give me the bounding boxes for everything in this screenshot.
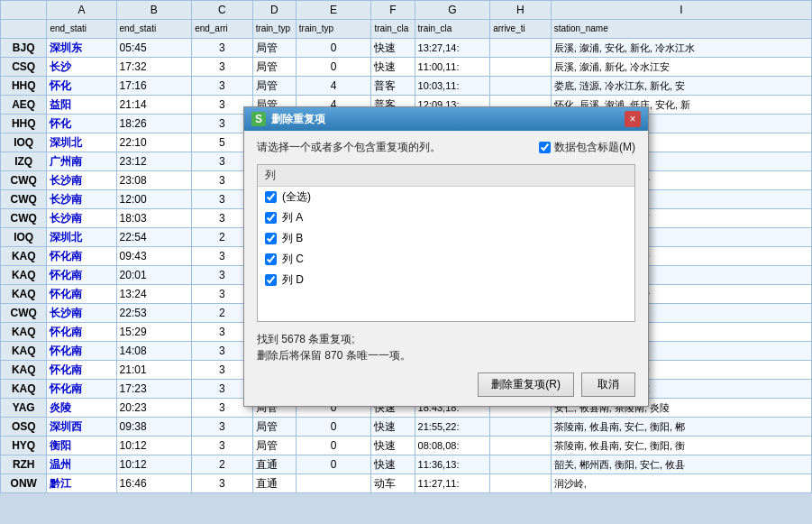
modal-overlay: S 删除重复项 × 请选择一个或者多个包含重复项的列。 数据包含标题(M) 列 …: [0, 0, 812, 524]
list-item-d[interactable]: 列 D: [258, 270, 634, 290]
header-checkbox-label[interactable]: 数据包含标题(M): [539, 140, 635, 155]
delete-duplicates-button[interactable]: 删除重复项(R): [478, 372, 574, 397]
checkbox-c[interactable]: [265, 253, 277, 265]
list-item-c-label: 列 C: [282, 252, 304, 267]
list-item-a-label: 列 A: [282, 210, 303, 225]
dialog-title-area: S 删除重复项: [251, 112, 325, 127]
dialog-description-row: 请选择一个或者多个包含重复项的列。 数据包含标题(M): [257, 140, 635, 155]
dialog-description-text: 请选择一个或者多个包含重复项的列。: [257, 140, 441, 155]
header-checkbox-text: 数据包含标题(M): [554, 140, 635, 155]
list-item-b[interactable]: 列 B: [258, 228, 634, 249]
dialog-app-icon: S: [251, 112, 266, 126]
checkbox-all[interactable]: [265, 191, 277, 203]
column-list-box[interactable]: 列 (全选) 列 A 列 B 列 C: [257, 164, 635, 322]
cancel-button[interactable]: 取消: [581, 372, 635, 397]
list-item-all[interactable]: (全选): [258, 187, 634, 207]
checkbox-d[interactable]: [265, 274, 277, 286]
list-item-all-label: (全选): [282, 189, 311, 205]
dialog-titlebar: S 删除重复项 ×: [244, 107, 648, 131]
checkbox-a[interactable]: [265, 212, 277, 224]
list-item-b-label: 列 B: [282, 231, 303, 246]
dialog-footer: 删除重复项(R) 取消: [257, 372, 635, 397]
list-header: 列: [258, 165, 634, 187]
list-item-c[interactable]: 列 C: [258, 249, 634, 270]
dialog-body: 请选择一个或者多个包含重复项的列。 数据包含标题(M) 列 (全选) 列 A: [244, 131, 648, 406]
list-item-a[interactable]: 列 A: [258, 207, 634, 228]
dialog-close-button[interactable]: ×: [625, 111, 641, 127]
header-checkbox[interactable]: [539, 142, 551, 153]
delete-duplicates-dialog: S 删除重复项 × 请选择一个或者多个包含重复项的列。 数据包含标题(M) 列 …: [243, 106, 649, 407]
list-item-d-label: 列 D: [282, 272, 304, 288]
dialog-title-text: 删除重复项: [271, 112, 325, 127]
checkbox-b[interactable]: [265, 233, 277, 244]
dialog-status-text: 找到 5678 条重复项; 删除后将保留 870 条唯一一项。: [257, 331, 635, 363]
